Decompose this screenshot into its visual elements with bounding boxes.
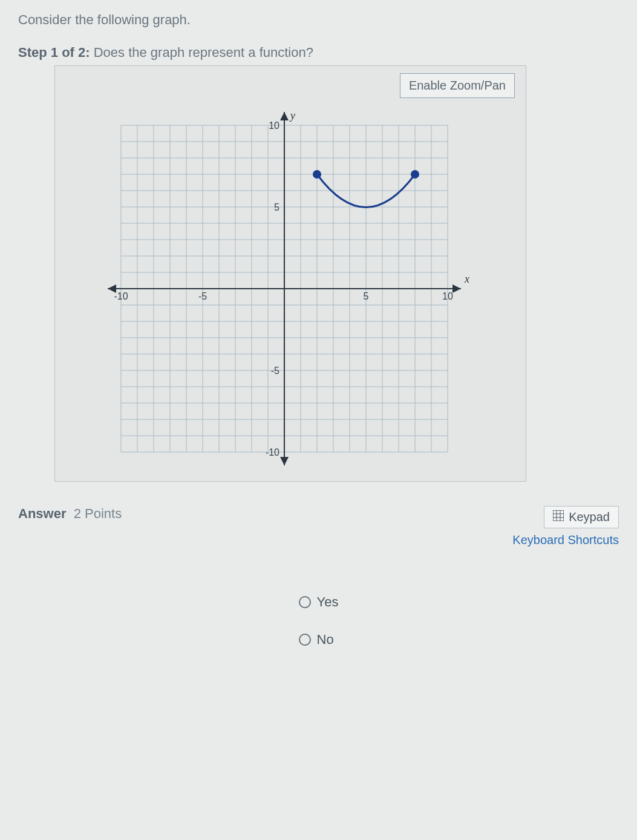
arrow-down-icon (280, 457, 289, 465)
keypad-label: Keypad (569, 510, 610, 524)
tick-y-10: 10 (269, 120, 279, 131)
answer-header: Answer 2 Points (18, 506, 122, 522)
tick-y-neg10: -10 (266, 447, 279, 458)
answer-label: Answer (18, 506, 66, 521)
answer-points: 2 Points (74, 506, 122, 521)
option-yes[interactable]: Yes (299, 594, 339, 610)
keypad-icon (553, 510, 564, 524)
keypad-button[interactable]: Keypad (544, 506, 619, 528)
arrow-up-icon (280, 112, 289, 120)
option-yes-label: Yes (317, 594, 339, 610)
step-label: Step 1 of 2: (18, 45, 90, 60)
radio-icon (299, 634, 311, 646)
step-line: Step 1 of 2: Does the graph represent a … (18, 45, 619, 61)
curve-endpoint-right (411, 170, 419, 179)
graph-panel: Enable Zoom/Pan (54, 65, 526, 482)
radio-icon (299, 596, 311, 608)
keyboard-shortcuts-link[interactable]: Keyboard Shortcuts (512, 533, 619, 547)
step-question: Does the graph represent a function? (94, 45, 313, 60)
tick-y-5: 5 (274, 202, 279, 212)
tick-y-neg5: -5 (271, 366, 279, 376)
x-axis-label: x (464, 273, 469, 285)
option-no[interactable]: No (299, 632, 334, 648)
option-no-label: No (317, 632, 334, 648)
enable-zoom-pan-button[interactable]: Enable Zoom/Pan (400, 73, 515, 98)
coordinate-graph[interactable]: -10 -5 5 10 10 5 -5 -10 x y (103, 107, 478, 470)
y-axis-label: y (289, 110, 295, 122)
intro-text: Consider the following graph. (18, 12, 619, 28)
answer-options: Yes No (18, 583, 619, 658)
curve-endpoint-left (313, 170, 321, 179)
tick-x-neg5: -5 (198, 291, 207, 301)
tick-x-10: 10 (442, 291, 453, 301)
arrow-right-icon (452, 284, 461, 293)
tick-x-5: 5 (364, 291, 369, 301)
tick-x-neg10: -10 (114, 291, 128, 301)
svg-rect-40 (553, 510, 564, 521)
